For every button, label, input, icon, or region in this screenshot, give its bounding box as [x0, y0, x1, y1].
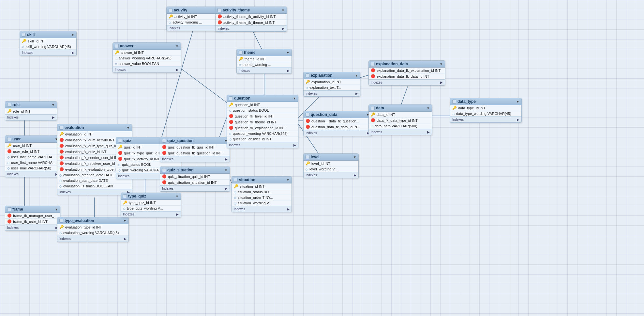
dropdown-arrow-icon[interactable]: ▼ — [440, 62, 443, 66]
table-indexes-data_type[interactable]: Indexes▶ — [450, 117, 521, 122]
dropdown-arrow-icon[interactable]: ▼ — [55, 208, 58, 211]
table-indexes-user[interactable]: Indexes▶ — [5, 171, 60, 177]
dropdown-arrow-icon[interactable]: ▼ — [224, 168, 228, 172]
dropdown-arrow-icon[interactable]: ▼ — [355, 74, 358, 77]
table-header-type_evaluation[interactable]: type_evaluation▼ — [57, 217, 128, 224]
dropdown-arrow-icon[interactable]: ▼ — [52, 103, 55, 107]
dropdown-arrow-icon[interactable]: ▼ — [293, 97, 296, 100]
indexes-arrow-icon[interactable]: ▶ — [287, 207, 290, 211]
indexes-arrow-icon[interactable]: ▶ — [176, 68, 179, 71]
field-text: user_mail VARCHAR(50) — [11, 166, 51, 170]
dropdown-arrow-icon[interactable]: ▼ — [175, 195, 179, 198]
indexes-arrow-icon[interactable]: ▶ — [355, 92, 358, 95]
table-indexes-activity[interactable]: Indexes▶ — [167, 25, 223, 31]
table-header-data_type[interactable]: data_type▼ — [450, 98, 521, 105]
indexes-arrow-icon[interactable]: ▶ — [282, 27, 285, 30]
table-field-row: 🔴quiz_question_fk_quiz_id INT — [160, 144, 230, 150]
dropdown-arrow-icon[interactable]: ▼ — [71, 33, 74, 37]
table-header-type_quiz[interactable]: type_quiz▼ — [121, 193, 181, 200]
indexes-arrow-icon[interactable]: ▶ — [517, 118, 519, 121]
table-header-data[interactable]: data▼ — [369, 105, 432, 112]
table-header-frame[interactable]: frame▼ — [5, 206, 60, 213]
table-header-theme[interactable]: theme▼ — [237, 49, 292, 56]
key-icon: 🔑 — [239, 57, 243, 61]
dropdown-arrow-icon[interactable]: ▼ — [281, 8, 285, 12]
field-text: type_quiz_wording V... — [127, 206, 163, 210]
table-indexes-frame[interactable]: Indexes▶ — [5, 225, 60, 230]
table-header-question[interactable]: question▼ — [227, 95, 298, 102]
indexes-arrow-icon[interactable]: ▶ — [427, 130, 430, 134]
table-header-quiz_situation[interactable]: quiz_situation▼ — [160, 167, 230, 174]
dropdown-arrow-icon[interactable]: ▼ — [286, 51, 290, 55]
table-indexes-question_data[interactable]: Indexes▶ — [304, 130, 371, 136]
indexes-arrow-icon[interactable]: ▶ — [225, 187, 228, 190]
diamond-icon: ◇ — [234, 201, 236, 205]
fk-icon: 🔴 — [217, 20, 222, 24]
table-header-level[interactable]: level▼ — [304, 154, 358, 161]
field-text: situation_wording V... — [238, 201, 272, 205]
table-header-activity[interactable]: activity▼ — [167, 7, 223, 14]
table-indexes-question[interactable]: Indexes▶ — [227, 142, 298, 148]
table-field-row: ◇skill_wording VARCHAR(45) — [20, 44, 76, 50]
dropdown-arrow-icon[interactable]: ▼ — [516, 100, 519, 103]
diamond-icon: ◇ — [118, 163, 121, 166]
indexes-arrow-icon[interactable]: ▶ — [52, 116, 55, 119]
table-activity_theme: activity_theme▼🔴activity_theme_fk_activi… — [215, 7, 287, 32]
table-indexes-theme[interactable]: Indexes▶ — [237, 68, 292, 73]
table-indexes-level[interactable]: Indexes▶ — [304, 172, 358, 178]
indexes-arrow-icon[interactable]: ▶ — [287, 69, 290, 72]
field-text: answer_value BOOLEAN — [119, 62, 159, 66]
fk-icon: 🔴 — [162, 151, 167, 155]
field-text: evaluation_type_id INT — [65, 225, 102, 229]
table-indexes-explanation_data[interactable]: Indexes▶ — [369, 79, 445, 85]
field-text: activity_theme_fk_activity_id INT — [223, 15, 276, 19]
key-icon: 🔑 — [7, 143, 12, 148]
table-header-activity_theme[interactable]: activity_theme▼ — [216, 7, 287, 14]
dropdown-arrow-icon[interactable]: ▼ — [123, 219, 127, 223]
table-header-role[interactable]: role▼ — [5, 102, 57, 108]
indexes-arrow-icon[interactable]: ▶ — [176, 213, 179, 216]
table-header-quiz_question[interactable]: quiz_question▼ — [160, 137, 230, 144]
table-field-row: 🔴question_fk_explanation_id INT — [227, 125, 298, 131]
dropdown-arrow-icon[interactable]: ▼ — [427, 106, 430, 110]
table-indexes-quiz_question[interactable]: Indexes▶ — [160, 156, 230, 162]
dropdown-arrow-icon[interactable]: ▼ — [353, 155, 356, 159]
dropdown-arrow-icon[interactable]: ▼ — [175, 44, 179, 48]
table-indexes-type_quiz[interactable]: Indexes▶ — [121, 211, 181, 217]
table-header-question_data[interactable]: question_data▼ — [304, 111, 371, 118]
table-icon — [229, 96, 233, 100]
table-header-evaluation[interactable]: evaluation▼ — [57, 124, 132, 131]
dropdown-arrow-icon[interactable]: ▼ — [286, 178, 290, 182]
table-indexes-data[interactable]: Indexes▶ — [369, 129, 432, 135]
table-indexes-activity_theme[interactable]: Indexes▶ — [216, 25, 287, 31]
indexes-arrow-icon[interactable]: ▶ — [124, 237, 127, 241]
table-field-row: 🔴quiz_situation_situation_id INT — [160, 180, 230, 185]
table-indexes-role[interactable]: Indexes▶ — [5, 114, 57, 120]
fk-icon: 🔴 — [7, 219, 12, 224]
table-frame: frame▼🔴frame_fk_manager_user_id INT🔴fram… — [5, 206, 60, 231]
table-header-answer[interactable]: answer▼ — [113, 43, 181, 50]
field-text: question_wording VARCHAR(245) — [233, 132, 288, 135]
table-body-level: 🔑level_id INT◇level_wording V... — [304, 161, 358, 172]
table-title-activity: activity — [174, 8, 187, 12]
table-indexes-situation[interactable]: Indexes▶ — [232, 206, 292, 212]
indexes-arrow-icon[interactable]: ▶ — [354, 173, 356, 177]
table-indexes-answer[interactable]: Indexes▶ — [113, 67, 181, 72]
table-header-situation[interactable]: situation▼ — [232, 177, 292, 183]
indexes-arrow-icon[interactable]: ▶ — [72, 51, 74, 55]
indexes-arrow-icon[interactable]: ▶ — [293, 143, 296, 147]
table-header-explanation[interactable]: explanation▼ — [304, 72, 360, 79]
table-header-explanation_data[interactable]: explanation_data▼ — [369, 61, 445, 68]
indexes-label: Indexes — [162, 187, 173, 190]
diamond-icon: ◇ — [229, 137, 232, 141]
table-header-skill[interactable]: skill▼ — [20, 31, 76, 38]
table-indexes-quiz_situation[interactable]: Indexes▶ — [160, 185, 230, 191]
table-indexes-type_evaluation[interactable]: Indexes▶ — [57, 236, 128, 242]
table-indexes-skill[interactable]: Indexes▶ — [20, 50, 76, 55]
table-indexes-explanation[interactable]: Indexes▶ — [304, 90, 360, 96]
indexes-arrow-icon[interactable]: ▶ — [225, 157, 228, 161]
table-header-user[interactable]: user▼ — [5, 136, 60, 143]
dropdown-arrow-icon[interactable]: ▼ — [127, 126, 130, 130]
indexes-arrow-icon[interactable]: ▶ — [440, 81, 443, 84]
field-text: explanation_id INT — [311, 80, 341, 84]
